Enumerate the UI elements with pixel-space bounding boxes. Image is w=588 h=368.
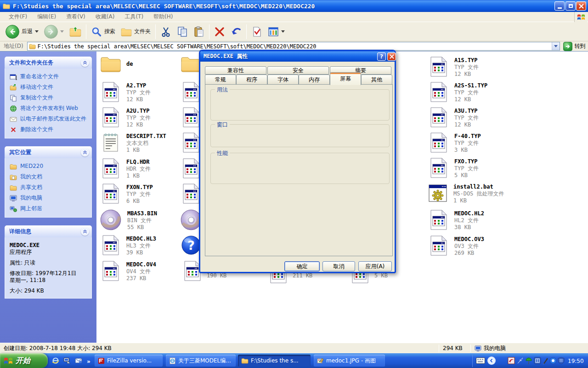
search-button[interactable]: 搜索 [88,23,118,40]
views-dropdown-icon[interactable] [281,30,285,33]
quicklaunch-overflow-chevron[interactable]: » [85,357,93,366]
task-publish[interactable]: 将这个文件发布到 Web [10,105,89,112]
tray-messenger-icon[interactable] [549,357,557,364]
tab-security[interactable]: 安全 [267,66,329,75]
tray-antivirus-icon[interactable] [508,357,515,364]
tab-memory[interactable]: 内存 [299,75,330,85]
views-button[interactable] [265,23,288,40]
place-my-computer[interactable]: 我的电脑 [10,195,89,202]
taskbar-item-explorer[interactable]: F:\Studies the s... [238,355,311,367]
minimize-button[interactable] [554,1,565,11]
close-button[interactable] [576,1,586,11]
details-header[interactable]: 详细信息 [5,225,92,237]
file-item[interactable]: DESCRIPT.TXT 文本文档 1 KB [100,132,166,154]
forward-button[interactable] [41,23,67,40]
collapse-chevron-icon[interactable] [81,227,89,236]
menu-tools[interactable]: 工具(T) [119,13,148,21]
folder-up-icon [69,26,81,38]
tray-arrow-icon[interactable] [517,357,524,364]
performance-legend: 性能 [215,150,230,157]
tray-pen-icon[interactable] [542,357,548,364]
outlook-express-icon[interactable] [74,356,83,365]
file-item[interactable]: install2.bat MS-DOS 批处理文件 1 KB [427,183,504,204]
tab-program[interactable]: 程序 [236,75,267,85]
file-item[interactable]: F-40.TYP TYP 文件 3 KB [428,132,481,154]
back-dropdown-icon[interactable] [35,30,39,33]
back-button[interactable]: 后退 [3,23,41,40]
place-med220[interactable]: MED220 [10,163,89,170]
place-network[interactable]: 网上邻居 [10,205,89,213]
start-button[interactable]: 开始 [0,353,48,368]
file-item[interactable]: de [100,53,133,74]
file-tasks-header[interactable]: 文件和文件夹任务 [5,57,92,69]
other-places-header[interactable]: 其它位置 [5,146,92,158]
task-delete[interactable]: 删除这个文件 [10,126,89,133]
folders-button[interactable]: 文件夹 [118,23,153,40]
file-item[interactable]: MEDOC.HL2 HL2 文件 38 KB [428,209,484,231]
tab-font[interactable]: 字体 [267,75,299,85]
copy-button[interactable] [174,23,191,40]
tab-screen[interactable]: 屏幕 [330,72,361,85]
delete-button[interactable] [211,23,228,40]
file-item[interactable]: FLQ.HDR HDR 文件 1 KB [100,158,151,179]
ok-button[interactable]: 确定 [284,261,320,271]
file-item[interactable]: MBAS3.BIN BIN 文件 55 KB [99,208,157,231]
undo-button[interactable] [228,23,244,40]
cancel-button[interactable]: 取消 [322,261,355,271]
file-item[interactable]: A2.TYP TYP 文件 12 KB [100,81,151,103]
menu-help[interactable]: 帮助(H) [148,13,178,21]
task-email[interactable]: 以电子邮件形式发送此文件 [10,115,89,123]
go-label[interactable]: 转到 [575,42,586,50]
language-keyboard-icon[interactable] [476,357,485,364]
sync-check-button[interactable] [249,23,265,40]
dialog-close-button[interactable] [387,52,396,61]
taskbar-item-filezilla[interactable]: FileZilla versio... [95,355,163,367]
go-button[interactable] [563,42,572,51]
usage-group: 用法 [210,89,390,121]
menu-edit[interactable]: 编辑(E) [32,13,61,21]
tray-input-method-icon[interactable] [534,357,541,364]
file-item[interactable]: MEDOC.HL3 HL3 文件 39 KB [100,235,156,256]
task-rename[interactable]: 重命名这个文件 [10,73,89,80]
collapse-chevron-icon[interactable] [81,148,89,156]
ie-quicklaunch-icon[interactable] [51,356,60,365]
file-item[interactable]: FXON.TYP TYP 文件 6 KB [100,183,153,205]
file-item[interactable]: MEDOC.OV3 OV3 文件 269 KB [428,235,484,257]
folder-icon [29,43,36,50]
tray-divider [472,354,473,367]
file-item[interactable]: A3U.TYP TYP 文件 12 KB [428,107,479,128]
file-item[interactable]: MEDOC.OV4 OV4 文件 237 KB [100,260,156,282]
tray-collapse-chevron[interactable] [487,356,496,365]
up-button[interactable] [67,23,84,40]
address-dropdown-button[interactable] [552,42,560,50]
taskbar-item-paint[interactable]: medoc1.JPG - 画图 [314,355,385,367]
file-item[interactable]: A2S-S1.TYP TYP 文件 12 KB [428,81,487,103]
task-copy[interactable]: 复制这个文件 [10,94,89,102]
tray-shield-icon[interactable] [558,357,565,364]
cut-button[interactable] [158,23,174,40]
taskbar-clock[interactable]: 19:50 [568,358,584,364]
tab-general[interactable]: 常规 [205,75,236,85]
menu-view[interactable]: 查看(V) [61,13,90,21]
restore-button[interactable] [565,1,576,11]
taskbar-item-ie-page[interactable]: 关于三菱MODEL编... [166,355,236,367]
file-item[interactable]: FXO.TYP TYP 文件 5 KB [428,157,479,179]
menu-file[interactable]: 文件(F) [4,13,32,21]
place-shared-documents[interactable]: 共享文档 [10,184,89,191]
paste-button[interactable] [191,23,207,40]
dialog-help-button[interactable]: ? [377,52,386,61]
tray-umbrella-icon[interactable] [525,357,532,364]
place-my-documents[interactable]: 我的文档 [10,173,89,181]
windows-flag-icon [4,356,13,365]
toolbar-separator [246,24,247,39]
menu-favorites[interactable]: 收藏(A) [90,13,120,21]
forward-dropdown-icon[interactable] [60,30,64,33]
apply-button[interactable]: 应用(A) [358,261,392,271]
show-desktop-icon[interactable] [63,356,71,365]
file-item[interactable]: A2U.TYP TYP 文件 12 KB [100,107,151,128]
tab-compatibility[interactable]: 兼容性 [205,66,266,75]
tab-misc[interactable]: 其他 [361,75,392,85]
collapse-chevron-icon[interactable] [81,58,89,67]
task-move[interactable]: 移动这个文件 [10,84,89,91]
file-item[interactable]: A1S.TYP TYP 文件 12 KB [428,56,479,78]
